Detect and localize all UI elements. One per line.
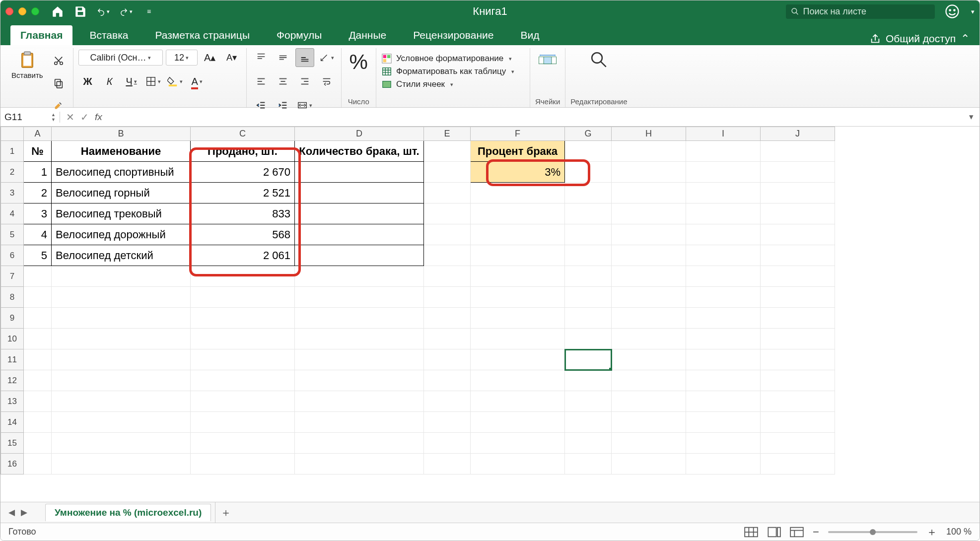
cell-D11[interactable] (295, 349, 424, 370)
row-header-6[interactable]: 6 (1, 245, 24, 266)
cell-G5[interactable] (565, 224, 612, 245)
cell-D7[interactable] (295, 266, 424, 287)
cell-H13[interactable] (612, 391, 686, 412)
cell-C9[interactable] (191, 308, 295, 329)
cell-A12[interactable] (24, 370, 52, 391)
cell-A11[interactable] (24, 349, 52, 370)
cell-A8[interactable] (24, 287, 52, 308)
cell-I6[interactable] (686, 245, 761, 266)
tab-page-layout[interactable]: Разметка страницы (145, 25, 260, 45)
align-right-icon[interactable] (295, 72, 314, 91)
cell-J9[interactable] (761, 308, 835, 329)
minimize-window-icon[interactable] (18, 7, 26, 15)
cell-G7[interactable] (565, 266, 612, 287)
sheet-tab-active[interactable]: Умножение на % (microexcel.ru) (45, 504, 211, 521)
wrap-text-icon[interactable] (317, 72, 336, 91)
italic-button[interactable]: К (100, 72, 119, 91)
zoom-out-button[interactable]: − (813, 526, 819, 539)
cell-G12[interactable] (565, 370, 612, 391)
name-box[interactable]: G11 ▲▼ (0, 112, 60, 123)
row-header-5[interactable]: 5 (1, 224, 24, 245)
cell-E2[interactable] (424, 162, 471, 183)
row-header-4[interactable]: 4 (1, 203, 24, 224)
cell-G9[interactable] (565, 308, 612, 329)
row-header-11[interactable]: 11 (1, 349, 24, 370)
spreadsheet-grid[interactable]: ABCDEFGHIJ1№НаименованиеПродано, шт.Коли… (0, 127, 980, 502)
cell-G4[interactable] (565, 203, 612, 224)
cell-D2[interactable] (295, 162, 424, 183)
cell-D12[interactable] (295, 370, 424, 391)
row-header-2[interactable]: 2 (1, 162, 24, 183)
cell-J13[interactable] (761, 391, 835, 412)
cell-H11[interactable] (612, 349, 686, 370)
cell-J8[interactable] (761, 287, 835, 308)
cell-A15[interactable] (24, 433, 52, 454)
cell-F5[interactable] (471, 224, 565, 245)
cell-E14[interactable] (424, 412, 471, 433)
page-layout-view-icon[interactable] (767, 527, 781, 538)
cell-F16[interactable] (471, 454, 565, 474)
cell-C1[interactable]: Продано, шт. (191, 141, 295, 162)
cell-J15[interactable] (761, 433, 835, 454)
cell-F10[interactable] (471, 329, 565, 349)
editing-button[interactable] (586, 48, 611, 71)
cell-styles-button[interactable]: Стили ячеек▾ (381, 78, 453, 91)
cell-J11[interactable] (761, 349, 835, 370)
cell-H3[interactable] (612, 183, 686, 203)
cell-J2[interactable] (761, 162, 835, 183)
row-header-15[interactable]: 15 (1, 433, 24, 454)
share-label[interactable]: Общий доступ (886, 33, 956, 45)
cell-G1[interactable] (565, 141, 612, 162)
feedback-icon[interactable] (945, 4, 960, 19)
font-name-select[interactable]: Calibri (Осн…▾ (78, 50, 163, 66)
merge-icon[interactable]: ▾ (295, 96, 314, 115)
cell-E10[interactable] (424, 329, 471, 349)
cell-I14[interactable] (686, 412, 761, 433)
cell-I2[interactable] (686, 162, 761, 183)
cell-H8[interactable] (612, 287, 686, 308)
cell-J14[interactable] (761, 412, 835, 433)
column-header-H[interactable]: H (612, 127, 686, 141)
cell-E12[interactable] (424, 370, 471, 391)
increase-indent-icon[interactable] (274, 96, 292, 115)
customize-qat-icon[interactable]: ≡ (142, 5, 155, 18)
cell-C14[interactable] (191, 412, 295, 433)
cell-H1[interactable] (612, 141, 686, 162)
cell-D16[interactable] (295, 454, 424, 474)
tab-data[interactable]: Данные (339, 25, 396, 45)
cell-D13[interactable] (295, 391, 424, 412)
cell-G13[interactable] (565, 391, 612, 412)
orientation-icon[interactable]: ▾ (317, 48, 336, 67)
cell-C15[interactable] (191, 433, 295, 454)
font-size-select[interactable]: 12▾ (166, 50, 198, 66)
column-header-F[interactable]: F (471, 127, 565, 141)
formula-input[interactable] (108, 108, 963, 126)
tab-home[interactable]: Главная (10, 25, 72, 45)
cell-F12[interactable] (471, 370, 565, 391)
fx-icon[interactable]: fx (95, 112, 102, 123)
format-as-table-button[interactable]: Форматировать как таблицу▾ (381, 65, 514, 78)
cell-F3[interactable] (471, 183, 565, 203)
cell-C13[interactable] (191, 391, 295, 412)
cell-I10[interactable] (686, 329, 761, 349)
cell-D3[interactable] (295, 183, 424, 203)
column-header-D[interactable]: D (295, 127, 424, 141)
home-icon[interactable] (51, 5, 64, 18)
redo-icon[interactable]: ▾ (120, 5, 133, 18)
row-header-8[interactable]: 8 (1, 287, 24, 308)
paste-button[interactable]: Вставить (8, 48, 46, 81)
cell-I11[interactable] (686, 349, 761, 370)
normal-view-icon[interactable] (744, 527, 758, 538)
cell-J4[interactable] (761, 203, 835, 224)
cell-I8[interactable] (686, 287, 761, 308)
cell-B10[interactable] (52, 329, 191, 349)
row-header-7[interactable]: 7 (1, 266, 24, 287)
cell-A10[interactable] (24, 329, 52, 349)
cell-B12[interactable] (52, 370, 191, 391)
cell-E11[interactable] (424, 349, 471, 370)
cell-F11[interactable] (471, 349, 565, 370)
cell-E3[interactable] (424, 183, 471, 203)
cell-C5[interactable]: 568 (191, 224, 295, 245)
cell-A16[interactable] (24, 454, 52, 474)
cell-F13[interactable] (471, 391, 565, 412)
